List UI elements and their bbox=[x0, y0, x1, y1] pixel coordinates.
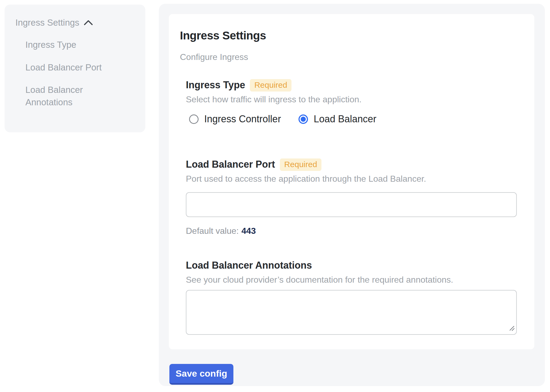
radio-dot bbox=[301, 117, 306, 122]
save-config-button[interactable]: Save config bbox=[169, 364, 233, 385]
sidebar-item-ingress-type[interactable]: Ingress Type bbox=[25, 39, 112, 51]
default-value-number: 443 bbox=[242, 226, 256, 236]
annotations-textarea-wrap bbox=[186, 290, 517, 335]
radio-checked-icon[interactable] bbox=[299, 114, 308, 124]
sidebar-section-ingress-settings[interactable]: Ingress Settings bbox=[15, 18, 135, 28]
ingress-settings-panel: Ingress Settings Configure Ingress Ingre… bbox=[159, 4, 545, 386]
radio-label-load-balancer[interactable]: Load Balancer bbox=[314, 113, 376, 125]
section-load-balancer-annotations: Load Balancer Annotations See your cloud… bbox=[186, 259, 517, 335]
sidebar-section-label: Ingress Settings bbox=[15, 18, 79, 28]
page-title: Ingress Settings bbox=[180, 29, 517, 42]
radio-option-load-balancer[interactable]: Load Balancer bbox=[299, 113, 376, 125]
chevron-up-icon bbox=[84, 20, 93, 26]
ingress-settings-card: Ingress Settings Configure Ingress Ingre… bbox=[169, 14, 534, 349]
page-subtitle: Configure Ingress bbox=[180, 52, 517, 62]
required-badge: Required bbox=[280, 158, 321, 171]
load-balancer-annotations-heading: Load Balancer Annotations bbox=[186, 259, 312, 272]
ingress-type-radio-group: Ingress Controller Load Balancer bbox=[186, 113, 517, 125]
radio-label-ingress-controller[interactable]: Ingress Controller bbox=[204, 113, 281, 125]
load-balancer-annotations-description: See your cloud provider’s documentation … bbox=[186, 274, 517, 286]
load-balancer-annotations-textarea[interactable] bbox=[186, 290, 517, 335]
load-balancer-port-input[interactable] bbox=[186, 192, 517, 217]
default-value-label: Default value: bbox=[186, 226, 239, 236]
section-load-balancer-port: Load Balancer Port Required Port used to… bbox=[186, 158, 517, 236]
resize-handle-icon[interactable] bbox=[509, 325, 515, 333]
radio-option-ingress-controller[interactable]: Ingress Controller bbox=[189, 113, 281, 125]
ingress-type-description: Select how traffic will ingress to the a… bbox=[186, 94, 517, 105]
sidebar-item-load-balancer-annotations[interactable]: Load Balancer Annotations bbox=[25, 84, 112, 108]
required-badge: Required bbox=[250, 79, 291, 92]
default-value-note: Default value:443 bbox=[186, 226, 517, 236]
settings-nav-sidebar: Ingress Settings Ingress Type Load Balan… bbox=[5, 5, 145, 132]
load-balancer-port-heading: Load Balancer Port bbox=[186, 158, 275, 171]
section-ingress-type: Ingress Type Required Select how traffic… bbox=[186, 79, 517, 125]
radio-unchecked-icon[interactable] bbox=[189, 114, 199, 124]
ingress-type-heading: Ingress Type bbox=[186, 79, 245, 92]
sidebar-item-list: Ingress Type Load Balancer Port Load Bal… bbox=[25, 39, 135, 108]
load-balancer-port-description: Port used to access the application thro… bbox=[186, 173, 517, 185]
sidebar-item-load-balancer-port[interactable]: Load Balancer Port bbox=[25, 61, 112, 74]
